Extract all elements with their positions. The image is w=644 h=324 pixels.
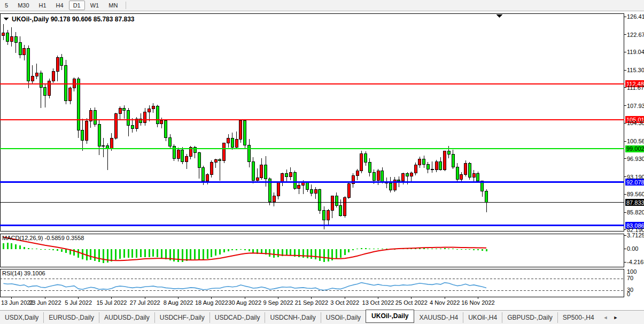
candle-body (177, 150, 180, 158)
macd-bar (73, 249, 75, 256)
candle-body (173, 146, 175, 159)
price-chart[interactable]: 112.486105.01599.00292.07887.83383.08612… (0, 11, 644, 311)
macd-bar (111, 249, 112, 261)
candle-body (302, 182, 305, 185)
candle-body (239, 120, 242, 139)
macd-bar (203, 249, 204, 260)
symbol-tab[interactable]: GBPUSD-,Daily (502, 312, 557, 323)
candle-body (81, 130, 84, 141)
date-axis-label: 5 Jul 2022 (65, 299, 92, 306)
symbol-tab[interactable]: AUDUSD-,Daily (99, 312, 154, 323)
candle-body (360, 153, 363, 171)
candle-body (485, 191, 488, 203)
macd-bar (11, 243, 12, 249)
candle-body (10, 36, 13, 41)
candle-body (165, 120, 167, 137)
timeframe-button-w1[interactable]: W1 (86, 1, 104, 10)
candle-body (368, 162, 371, 172)
macd-bar (115, 249, 117, 260)
tab-scroll-right-icon[interactable]: ► (613, 315, 618, 320)
macd-bar (269, 249, 270, 257)
macd-bar (98, 249, 100, 262)
timeframe-button-h4[interactable]: H4 (52, 1, 68, 10)
macd-bar (77, 249, 79, 258)
candle-body (277, 182, 280, 196)
macd-label: MACD(12,26,9) -0.5859 0.3558 (2, 235, 84, 241)
macd-bar (249, 249, 250, 251)
candle-body (447, 151, 450, 154)
price-axis-label: 111.670 (627, 84, 644, 91)
candle-body (60, 58, 63, 65)
symbol-tab[interactable]: EURUSD-,Daily (43, 312, 99, 323)
macd-bar (49, 249, 50, 250)
candle-body (431, 169, 433, 169)
candle-body (273, 196, 275, 202)
macd-bar (486, 249, 487, 251)
timeframe-button-d1[interactable]: D1 (69, 1, 85, 10)
macd-bar (177, 249, 179, 262)
candle-body (102, 146, 105, 146)
macd-bar (28, 248, 29, 249)
candle-body (244, 120, 246, 145)
macd-bar (149, 249, 150, 257)
candle-body (114, 113, 117, 138)
candle-body (181, 150, 184, 162)
candle-body (468, 163, 471, 177)
candle-body (14, 36, 17, 43)
timeframe-button-mn[interactable]: MN (104, 1, 122, 10)
macd-bar (244, 249, 246, 250)
symbol-tab[interactable]: USOil-,Daily (321, 312, 366, 323)
macd-bar (277, 249, 279, 257)
candle-body (472, 173, 475, 177)
candle-body (256, 178, 259, 180)
macd-bar (444, 248, 446, 249)
rsi-axis-label: 0 (627, 291, 630, 297)
symbol-tab[interactable]: USDCAD-,Daily (210, 312, 265, 323)
symbol-tab[interactable]: USDCNH-,Daily (265, 312, 320, 323)
macd-axis-label: 0.00 (627, 245, 638, 252)
price-axis-label: 107.930 (627, 103, 644, 109)
candle-body (6, 33, 9, 41)
symbol-tab[interactable]: SP500-,H4 (557, 312, 599, 323)
candle-body (231, 138, 234, 147)
candle-body (323, 211, 325, 220)
candle-body (198, 152, 200, 167)
price-axis-label: 119.040 (627, 49, 644, 55)
macd-bar (436, 249, 437, 249)
timeframe-toolbar: 5 M30 H1 H4 D1 W1 MN (0, 0, 644, 11)
timeframe-button-m5[interactable]: 5 (1, 1, 12, 10)
candle-body (477, 173, 479, 181)
macd-axis-label: 3.7125 (627, 232, 644, 238)
symbol-tabbar: USDX,Daily EURUSD-,Daily AUDUSD-,Daily U… (0, 310, 644, 324)
macd-bar (340, 249, 342, 258)
macd-bar (165, 249, 167, 259)
timeframe-button-m30[interactable]: M30 (13, 1, 33, 10)
candle-body (156, 106, 159, 124)
symbol-tab[interactable]: USDCHF-,Daily (154, 312, 210, 323)
candle-body (331, 196, 333, 211)
macd-bar (44, 249, 46, 250)
symbol-tab[interactable]: XAUUSD-,H4 (414, 312, 463, 323)
macd-bar (407, 249, 408, 249)
macd-bar (365, 248, 367, 249)
tab-scroll-left-icon[interactable]: ◄ (603, 315, 608, 320)
candle-body (414, 165, 417, 173)
candle-body (135, 119, 138, 128)
symbol-tab-active[interactable]: UKOil-,Daily (366, 310, 414, 323)
macd-bar (473, 249, 475, 250)
candle-body (23, 49, 26, 55)
date-axis-label: 4 Nov 2022 (430, 299, 460, 306)
macd-bar (19, 245, 21, 249)
candle-body (456, 167, 459, 180)
macd-bar (236, 249, 237, 250)
date-axis-label: 30 Aug 2022 (228, 299, 261, 306)
candle-body (40, 73, 42, 88)
candle-body (464, 163, 467, 174)
candle-body (119, 108, 121, 113)
timeframe-button-h1[interactable]: H1 (35, 1, 51, 10)
candle-body (460, 174, 463, 180)
symbol-tab[interactable]: USDX,Daily (0, 312, 43, 323)
candle-body (402, 173, 405, 181)
symbol-tab[interactable]: UKOil-,H4 (463, 312, 502, 323)
candle-body (123, 108, 126, 111)
